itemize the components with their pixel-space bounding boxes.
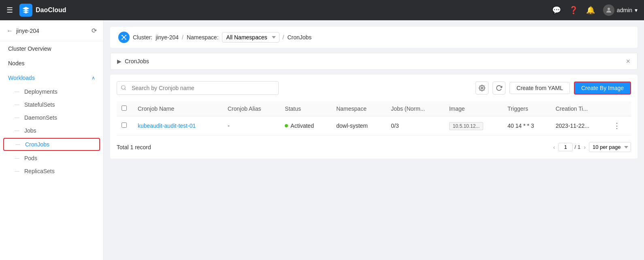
- collapsible-header[interactable]: ▶ CronJobs ✕: [111, 53, 637, 69]
- next-page-icon[interactable]: ›: [584, 144, 586, 150]
- create-image-button[interactable]: Create By Image: [574, 82, 631, 95]
- logo-text: DaoCloud: [36, 6, 66, 14]
- svg-point-10: [122, 85, 125, 89]
- namespace-label: Namespace:: [187, 34, 219, 41]
- sidebar-refresh-icon[interactable]: ⟳: [92, 27, 97, 34]
- th-checkbox: [117, 101, 133, 116]
- more-options-icon[interactable]: ⋮: [613, 122, 621, 130]
- header-left: ☰ DaoCloud: [6, 4, 66, 17]
- search-icon: [121, 85, 126, 92]
- td-jobs: 0/3: [386, 116, 444, 135]
- main-panel: Create from YAML Create By Image Cronjob…: [110, 75, 638, 159]
- th-image: Image: [444, 101, 503, 116]
- sidebar-item-cluster-overview[interactable]: Cluster Overview: [0, 41, 103, 56]
- pagination: Total 1 record ‹ / 1 › 10 per page 20 pe…: [117, 142, 631, 152]
- th-triggers: Triggers: [503, 101, 551, 116]
- sidebar-item-cronjobs[interactable]: CronJobs: [3, 138, 100, 151]
- refresh-button[interactable]: [493, 82, 505, 95]
- th-name: Cronjob Name: [133, 101, 223, 116]
- status-cell: Activated: [285, 122, 326, 129]
- table-body: kubeaudit-audit-test-01 - Activated dowl…: [117, 116, 631, 135]
- sidebar-item-pods[interactable]: Pods: [0, 152, 103, 165]
- sidebar-item-nodes[interactable]: Nodes: [0, 56, 103, 71]
- user-dropdown-icon: ▾: [635, 7, 638, 13]
- sidebar-item-statefulsets[interactable]: StatefulSets: [0, 98, 103, 111]
- th-alias: Cronjob Alias: [223, 101, 280, 116]
- sidebar-item-label: Workloads: [8, 75, 35, 81]
- settings-button[interactable]: [476, 82, 488, 95]
- sidebar-item-label: Pods: [24, 155, 37, 161]
- prev-page-icon[interactable]: ‹: [553, 144, 555, 150]
- chat-icon[interactable]: 💬: [552, 6, 561, 15]
- logo-icon: [19, 4, 32, 17]
- toolbar: Create from YAML Create By Image: [117, 81, 631, 95]
- create-yaml-button[interactable]: Create from YAML: [510, 82, 570, 94]
- namespace-select[interactable]: All Namespaces default kube-system dowl-…: [222, 32, 279, 43]
- row-checkbox[interactable]: [122, 122, 127, 128]
- avatar: [603, 4, 614, 16]
- th-created: Creation Ti...: [551, 101, 608, 116]
- td-more: ⋮: [608, 116, 631, 135]
- sidebar-item-daemonsets[interactable]: DaemonSets: [0, 111, 103, 124]
- user-name: admin: [617, 7, 632, 13]
- main-layout: ← jinye-204 ⟳ Cluster Overview Nodes Wor…: [0, 20, 644, 260]
- page-separator: /: [574, 144, 576, 150]
- sidebar-item-deployments[interactable]: Deployments: [0, 85, 103, 98]
- collapsible-section: ▶ CronJobs ✕: [110, 53, 638, 70]
- cluster-icon: [118, 32, 130, 43]
- per-page-select[interactable]: 10 per page 20 per page 50 per page: [589, 142, 631, 152]
- breadcrumb: Cluster: jinye-204 / Namespace: All Name…: [110, 27, 638, 48]
- page-number-input[interactable]: [558, 143, 573, 151]
- td-image: 10.5.10.12...: [444, 116, 503, 135]
- sidebar-item-label: Cluster Overview: [8, 45, 51, 52]
- sidebar: ← jinye-204 ⟳ Cluster Overview Nodes Wor…: [0, 20, 104, 260]
- back-arrow-icon[interactable]: ←: [6, 27, 13, 34]
- image-tag[interactable]: 10.5.10.12...: [449, 122, 484, 130]
- th-status: Status: [280, 101, 331, 116]
- hamburger-icon[interactable]: ☰: [6, 6, 13, 15]
- th-actions: [608, 101, 631, 116]
- td-namespace: dowl-system: [331, 116, 386, 135]
- toolbar-right: Create from YAML Create By Image: [476, 82, 631, 95]
- td-triggers: 40 14 * * 3: [503, 116, 551, 135]
- sidebar-item-replicasets[interactable]: ReplicaSets: [0, 165, 103, 178]
- td-alias: -: [223, 116, 280, 135]
- sidebar-nav: Cluster Overview Nodes Workloads ∧ Deplo…: [0, 41, 103, 260]
- svg-point-11: [481, 87, 483, 89]
- breadcrumb-sep-1: /: [182, 34, 183, 41]
- bell-icon[interactable]: 🔔: [586, 6, 595, 15]
- td-checkbox: [117, 116, 133, 135]
- page-controls: ‹ / 1 › 10 per page 20 per page 50 per p…: [553, 142, 631, 152]
- sidebar-cluster-name: jinye-204: [16, 28, 39, 34]
- table-row: kubeaudit-audit-test-01 - Activated dowl…: [117, 116, 631, 135]
- content-area: Cluster: jinye-204 / Namespace: All Name…: [104, 20, 644, 260]
- chevron-right-icon: ▶: [117, 58, 122, 64]
- data-table: Cronjob Name Cronjob Alias Status Namesp…: [117, 101, 631, 135]
- svg-line-9: [124, 37, 126, 39]
- status-badge: Activated: [290, 122, 314, 129]
- td-created: 2023-11-22...: [551, 116, 608, 135]
- td-name[interactable]: kubeaudit-audit-test-01: [133, 116, 223, 135]
- workloads-chevron-icon: ∧: [92, 75, 95, 81]
- cluster-name-value: jinye-204: [156, 34, 179, 41]
- sidebar-item-label: DaemonSets: [24, 114, 57, 121]
- header-right: 💬 ❓ 🔔 admin ▾: [552, 4, 638, 16]
- search-box: [117, 81, 279, 95]
- sidebar-item-label: Jobs: [24, 127, 36, 134]
- total-record: Total 1 record: [117, 144, 151, 150]
- page-input-area: / 1: [558, 143, 580, 151]
- svg-line-7: [124, 36, 126, 38]
- sidebar-item-workloads[interactable]: Workloads ∧: [0, 71, 103, 85]
- logo-area: DaoCloud: [19, 4, 66, 17]
- close-icon[interactable]: ✕: [626, 58, 631, 64]
- table-header: Cronjob Name Cronjob Alias Status Namesp…: [117, 101, 631, 116]
- select-all-checkbox[interactable]: [122, 105, 127, 111]
- search-input[interactable]: [117, 81, 279, 95]
- collapsible-header-left: ▶ CronJobs: [117, 58, 149, 64]
- total-pages: 1: [578, 144, 580, 150]
- sidebar-item-jobs[interactable]: Jobs: [0, 124, 103, 137]
- user-area[interactable]: admin ▾: [603, 4, 638, 16]
- sidebar-item-label: ReplicaSets: [24, 168, 55, 174]
- help-icon[interactable]: ❓: [569, 6, 578, 15]
- breadcrumb-page: CronJobs: [287, 34, 311, 41]
